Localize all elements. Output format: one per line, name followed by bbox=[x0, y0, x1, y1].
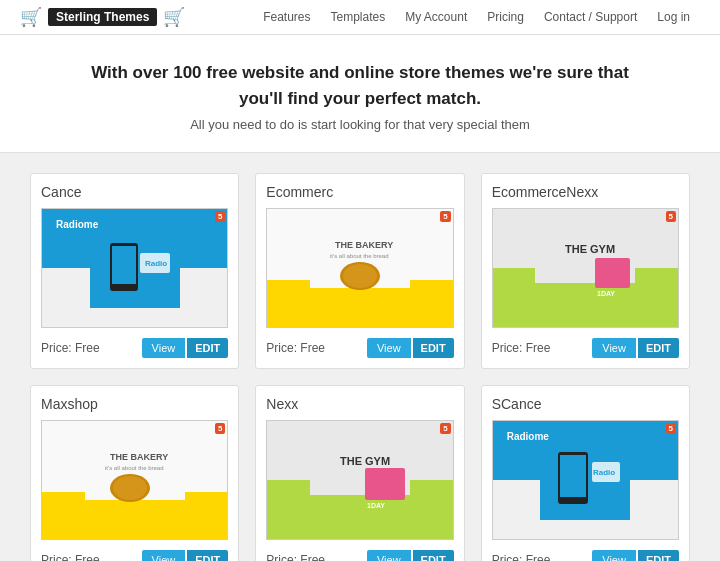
theme-name-maxshop: Maxshop bbox=[41, 396, 228, 412]
svg-rect-25 bbox=[365, 468, 405, 500]
cart-icon-left: 🛒 bbox=[20, 6, 42, 28]
price-nexx: Price: Free bbox=[266, 553, 325, 561]
theme-name-scance: SCance bbox=[492, 396, 679, 412]
theme-card-ecommercenexx: EcommerceNexx 5 THE GYM 1DAY Price: Free… bbox=[481, 173, 690, 369]
svg-point-21 bbox=[113, 476, 147, 500]
btn-group-ecommercenexx: View EDIT bbox=[592, 338, 679, 358]
theme-name-ecommercenexx: EcommerceNexx bbox=[492, 184, 679, 200]
theme-card-ecommerc: Ecommerc 5 THE BAKERY it's all about the… bbox=[255, 173, 464, 369]
btn-group-nexx: View EDIT bbox=[367, 550, 454, 561]
edit-button-scance[interactable]: EDIT bbox=[638, 550, 679, 561]
btn-group-cance: View EDIT bbox=[142, 338, 229, 358]
theme-footer-scance: Price: Free View EDIT bbox=[492, 550, 679, 561]
preview-svg-cance: Radio bbox=[90, 228, 180, 308]
logo-area: 🛒 Sterling Themes 🛒 bbox=[20, 6, 185, 28]
view-button-cance[interactable]: View bbox=[142, 338, 186, 358]
theme-card-scance: SCance 5 Radio Price: Free View EDIT bbox=[481, 385, 690, 561]
nav-my-account[interactable]: My Account bbox=[395, 0, 477, 35]
svg-text:THE GYM: THE GYM bbox=[340, 455, 390, 467]
price-scance: Price: Free bbox=[492, 553, 551, 561]
svg-rect-14 bbox=[595, 258, 630, 288]
btn-group-ecommerc: View EDIT bbox=[367, 338, 454, 358]
preview-svg-ecommerc: THE BAKERY it's all about the bread bbox=[310, 228, 410, 308]
edit-button-ecommercenexx[interactable]: EDIT bbox=[638, 338, 679, 358]
svg-text:THE BAKERY: THE BAKERY bbox=[335, 240, 393, 250]
site-logo: Sterling Themes bbox=[48, 8, 157, 26]
nav-features[interactable]: Features bbox=[253, 0, 320, 35]
cart-icon-right: 🛒 bbox=[163, 6, 185, 28]
theme-name-cance: Cance bbox=[41, 184, 228, 200]
preview-svg-scance: Radio bbox=[540, 440, 630, 520]
hero-title: With over 100 free website and online st… bbox=[40, 60, 680, 111]
themes-grid: Cance 5 Radio Price: Free View EDIT bbox=[30, 173, 690, 561]
price-ecommerc: Price: Free bbox=[266, 341, 325, 355]
svg-text:1DAY: 1DAY bbox=[367, 502, 385, 509]
main-nav: Features Templates My Account Pricing Co… bbox=[253, 0, 700, 35]
preview-svg-nexx: THE GYM 1DAY bbox=[310, 440, 410, 520]
svg-rect-2 bbox=[112, 246, 136, 284]
preview-svg-ecommercenexx: THE GYM 1DAY bbox=[535, 228, 635, 308]
html5-badge-nexx: 5 bbox=[440, 423, 450, 434]
theme-name-nexx: Nexx bbox=[266, 396, 453, 412]
price-ecommercenexx: Price: Free bbox=[492, 341, 551, 355]
html5-badge-scance: 5 bbox=[666, 423, 676, 434]
theme-card-cance: Cance 5 Radio Price: Free View EDIT bbox=[30, 173, 239, 369]
themes-grid-container: Cance 5 Radio Price: Free View EDIT bbox=[0, 153, 720, 561]
html5-badge: 5 bbox=[215, 211, 225, 222]
theme-preview-maxshop: 5 THE BAKERY it's all about the bread bbox=[41, 420, 228, 540]
theme-preview-ecommercenexx: 5 THE GYM 1DAY bbox=[492, 208, 679, 328]
edit-button-cance[interactable]: EDIT bbox=[187, 338, 228, 358]
price-cance: Price: Free bbox=[41, 341, 100, 355]
svg-rect-6 bbox=[310, 288, 410, 308]
theme-footer-maxshop: Price: Free View EDIT bbox=[41, 550, 228, 561]
nav-contact-support[interactable]: Contact / Support bbox=[534, 0, 647, 35]
svg-text:Radio: Radio bbox=[593, 468, 615, 477]
view-button-ecommercenexx[interactable]: View bbox=[592, 338, 636, 358]
theme-name-ecommerc: Ecommerc bbox=[266, 184, 453, 200]
theme-footer-nexx: Price: Free View EDIT bbox=[266, 550, 453, 561]
svg-rect-17 bbox=[85, 500, 185, 520]
nav-pricing[interactable]: Pricing bbox=[477, 0, 534, 35]
theme-footer-cance: Price: Free View EDIT bbox=[41, 338, 228, 358]
edit-button-nexx[interactable]: EDIT bbox=[413, 550, 454, 561]
svg-rect-29 bbox=[560, 455, 586, 497]
html5-badge-ecommercenexx: 5 bbox=[666, 211, 676, 222]
svg-point-10 bbox=[343, 264, 377, 288]
view-button-ecommerc[interactable]: View bbox=[367, 338, 411, 358]
svg-text:it's all about the bread: it's all about the bread bbox=[330, 253, 389, 259]
hero-subtitle: All you need to do is start looking for … bbox=[40, 117, 680, 132]
theme-preview-cance: 5 Radio bbox=[41, 208, 228, 328]
svg-text:Radio: Radio bbox=[145, 259, 167, 268]
theme-preview-scance: 5 Radio bbox=[492, 420, 679, 540]
nav-templates[interactable]: Templates bbox=[320, 0, 395, 35]
theme-card-nexx: Nexx 5 THE GYM 1DAY Price: Free View EDI… bbox=[255, 385, 464, 561]
svg-text:1DAY: 1DAY bbox=[597, 290, 615, 297]
preview-svg-maxshop: THE BAKERY it's all about the bread bbox=[85, 440, 185, 520]
edit-button-ecommerc[interactable]: EDIT bbox=[413, 338, 454, 358]
btn-group-maxshop: View EDIT bbox=[142, 550, 229, 561]
price-maxshop: Price: Free bbox=[41, 553, 100, 561]
theme-card-maxshop: Maxshop 5 THE BAKERY it's all about the … bbox=[30, 385, 239, 561]
html5-badge-maxshop: 5 bbox=[215, 423, 225, 434]
svg-text:it's all about the bread: it's all about the bread bbox=[105, 465, 164, 471]
html5-badge-ecommerc: 5 bbox=[440, 211, 450, 222]
theme-preview-nexx: 5 THE GYM 1DAY bbox=[266, 420, 453, 540]
header: 🛒 Sterling Themes 🛒 Features Templates M… bbox=[0, 0, 720, 35]
view-button-nexx[interactable]: View bbox=[367, 550, 411, 561]
nav-login[interactable]: Log in bbox=[647, 0, 700, 35]
svg-text:THE BAKERY: THE BAKERY bbox=[110, 452, 168, 462]
view-button-maxshop[interactable]: View bbox=[142, 550, 186, 561]
theme-footer-ecommerc: Price: Free View EDIT bbox=[266, 338, 453, 358]
theme-footer-ecommercenexx: Price: Free View EDIT bbox=[492, 338, 679, 358]
hero-section: With over 100 free website and online st… bbox=[0, 35, 720, 153]
view-button-scance[interactable]: View bbox=[592, 550, 636, 561]
btn-group-scance: View EDIT bbox=[592, 550, 679, 561]
edit-button-maxshop[interactable]: EDIT bbox=[187, 550, 228, 561]
svg-text:THE GYM: THE GYM bbox=[565, 243, 615, 255]
theme-preview-ecommerc: 5 THE BAKERY it's all about the bread bbox=[266, 208, 453, 328]
